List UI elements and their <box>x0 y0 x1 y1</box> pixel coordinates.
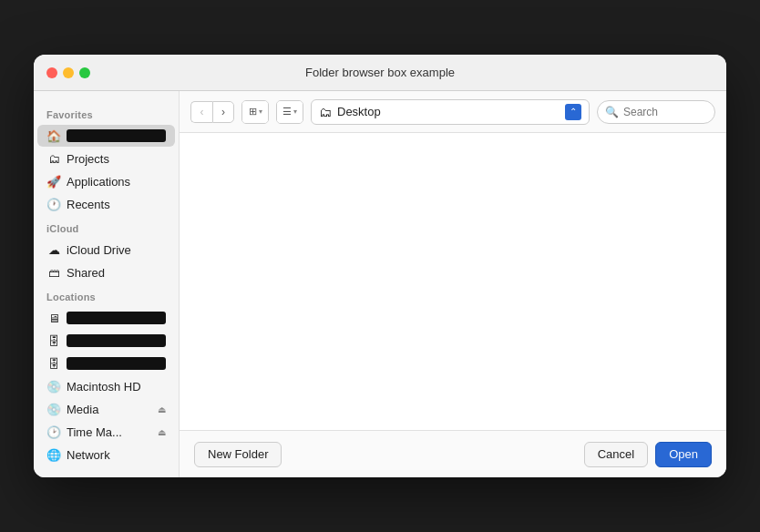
sidebar-item-applications[interactable]: 🚀 Applications <box>37 170 175 192</box>
search-icon: 🔍 <box>605 106 619 118</box>
favorites-section-label: Favorites <box>34 102 179 124</box>
nav-buttons: ‹ › <box>190 101 234 123</box>
recents-label: Recents <box>67 198 166 211</box>
shared-icon: 🗃 <box>46 265 61 280</box>
macintosh-hd-icon: 💿 <box>46 379 61 394</box>
location-text: Desktop <box>337 105 560 118</box>
sidebar-item-drive1[interactable]: 🗄 <box>37 330 175 352</box>
icon-view-group: ⊞ ▾ <box>241 100 269 124</box>
sidebar: Favorites 🏠 🗂 Projects 🚀 Applications 🕐 … <box>34 91 180 477</box>
toolbar: ‹ › ⊞ ▾ ☰ ▾ <box>180 91 726 133</box>
icloud-drive-label: iCloud Drive <box>67 243 166 257</box>
time-machine-eject-icon[interactable]: ⏏ <box>158 427 166 437</box>
applications-label: Applications <box>67 175 166 189</box>
finder-dialog: Folder browser box example Favorites 🏠 🗂… <box>34 55 726 477</box>
list-dropdown-arrow: ▾ <box>293 107 297 116</box>
sidebar-item-media[interactable]: 💿 Media ⏏ <box>37 398 175 420</box>
macintosh-hd-label: Macintosh HD <box>67 380 166 394</box>
sidebar-item-shared[interactable]: 🗃 Shared <box>37 261 175 283</box>
shared-label: Shared <box>67 266 166 280</box>
projects-icon: 🗂 <box>46 151 61 166</box>
list-view-group: ☰ ▾ <box>276 100 303 124</box>
computer-icon: 🖥 <box>46 311 61 325</box>
maximize-button[interactable] <box>79 67 90 78</box>
search-input[interactable] <box>623 106 707 118</box>
drive2-icon: 🗄 <box>46 356 61 371</box>
drive1-label-redacted <box>67 334 166 347</box>
locations-section-label: Locations <box>34 284 179 306</box>
drive2-label-redacted <box>67 357 166 370</box>
content-area: ‹ › ⊞ ▾ ☰ ▾ <box>180 91 726 477</box>
traffic-lights <box>46 67 90 78</box>
list-view-button[interactable]: ☰ ▾ <box>277 101 303 123</box>
time-machine-icon: 🕑 <box>46 425 61 439</box>
home-icon: 🏠 <box>46 128 61 143</box>
file-area[interactable] <box>180 133 726 430</box>
location-bar[interactable]: 🗂 Desktop ⌃ <box>311 99 590 125</box>
close-button[interactable] <box>46 67 57 78</box>
list-icon: ☰ <box>282 106 292 118</box>
sidebar-item-macintosh-hd[interactable]: 💿 Macintosh HD <box>37 375 175 397</box>
window-title: Folder browser box example <box>305 66 455 79</box>
window-body: Favorites 🏠 🗂 Projects 🚀 Applications 🕐 … <box>34 91 726 477</box>
cancel-button[interactable]: Cancel <box>584 442 648 467</box>
search-bar[interactable]: 🔍 <box>597 100 715 124</box>
sidebar-item-drive2[interactable]: 🗄 <box>37 353 175 374</box>
sidebar-item-time-machine[interactable]: 🕑 Time Ma... ⏏ <box>37 421 175 443</box>
open-button[interactable]: Open <box>655 442 712 467</box>
recents-icon: 🕐 <box>46 197 61 211</box>
icloud-section-label: iCloud <box>34 216 179 238</box>
network-icon: 🌐 <box>46 447 61 462</box>
drive1-icon: 🗄 <box>46 333 61 348</box>
grid-icon: ⊞ <box>249 106 257 118</box>
sidebar-item-computer[interactable]: 🖥 <box>37 307 175 329</box>
computer-label-redacted <box>67 312 166 324</box>
home-label-redacted <box>67 129 166 142</box>
new-folder-button[interactable]: New Folder <box>194 442 282 467</box>
grid-dropdown-arrow: ▾ <box>259 107 262 116</box>
forward-button[interactable]: › <box>212 101 234 123</box>
media-icon: 💿 <box>46 402 61 416</box>
time-machine-label: Time Ma... <box>67 425 152 439</box>
location-chevron-icon[interactable]: ⌃ <box>565 104 581 120</box>
sidebar-item-icloud-drive[interactable]: ☁ iCloud Drive <box>37 239 175 261</box>
applications-icon: 🚀 <box>46 174 61 189</box>
media-eject-icon[interactable]: ⏏ <box>158 404 166 414</box>
bottom-bar: New Folder Cancel Open <box>180 430 726 477</box>
projects-label: Projects <box>67 152 166 166</box>
title-bar: Folder browser box example <box>34 55 726 91</box>
minimize-button[interactable] <box>63 67 74 78</box>
sidebar-item-recents[interactable]: 🕐 Recents <box>37 193 175 215</box>
media-label: Media <box>67 403 152 416</box>
location-folder-icon: 🗂 <box>319 105 332 119</box>
back-button[interactable]: ‹ <box>190 101 212 123</box>
grid-view-button[interactable]: ⊞ ▾ <box>242 101 268 123</box>
sidebar-item-network[interactable]: 🌐 Network <box>37 444 175 466</box>
action-buttons: Cancel Open <box>584 442 712 467</box>
sidebar-item-home[interactable]: 🏠 <box>37 125 175 147</box>
network-label: Network <box>67 448 166 462</box>
sidebar-item-projects[interactable]: 🗂 Projects <box>37 148 175 169</box>
icloud-drive-icon: ☁ <box>46 242 61 257</box>
